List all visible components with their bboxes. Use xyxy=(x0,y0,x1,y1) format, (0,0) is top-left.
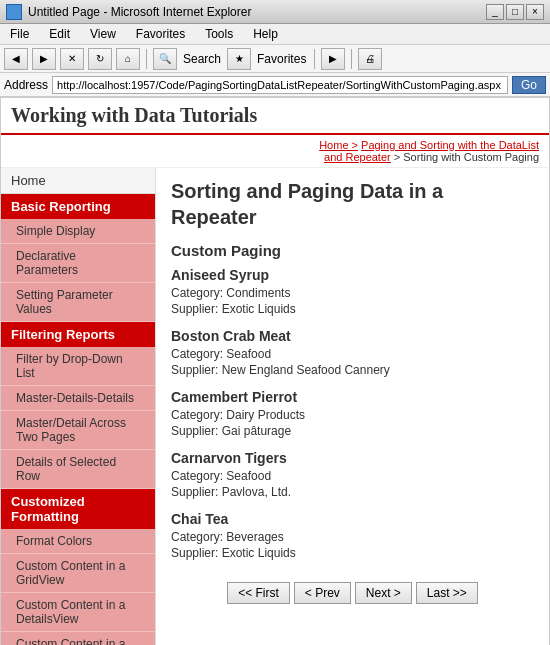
sidebar-item-custom-formview[interactable]: Custom Content in a FormView xyxy=(1,632,155,645)
separator-3 xyxy=(351,49,352,69)
product-category-0: Category: Condiments xyxy=(171,286,534,300)
breadcrumb-home[interactable]: Home > xyxy=(319,139,358,151)
minimize-button[interactable]: _ xyxy=(486,4,504,20)
menu-file[interactable]: File xyxy=(6,26,33,42)
sidebar-item-filter-dropdown[interactable]: Filter by Drop-Down List xyxy=(1,347,155,386)
product-supplier-2: Supplier: Gai pâturage xyxy=(171,424,534,438)
refresh-button[interactable]: ↻ xyxy=(88,48,112,70)
product-category-4: Category: Beverages xyxy=(171,530,534,544)
sidebar-item-declarative-params[interactable]: Declarative Parameters xyxy=(1,244,155,283)
menu-view[interactable]: View xyxy=(86,26,120,42)
search-button[interactable]: 🔍 xyxy=(153,48,177,70)
breadcrumb: Home > Paging and Sorting with the DataL… xyxy=(1,135,549,168)
app-icon xyxy=(6,4,22,20)
sidebar-item-master-details[interactable]: Master-Details-Details xyxy=(1,386,155,411)
maximize-button[interactable]: □ xyxy=(506,4,524,20)
next-page-button[interactable]: Next > xyxy=(355,582,412,604)
separator-1 xyxy=(146,49,147,69)
title-bar: Untitled Page - Microsoft Internet Explo… xyxy=(0,0,550,24)
pagination: << First < Prev Next > Last >> xyxy=(171,572,534,614)
product-name-3: Carnarvon Tigers xyxy=(171,450,534,466)
sidebar-item-custom-detailsview[interactable]: Custom Content in a DetailsView xyxy=(1,593,155,632)
favorites-button[interactable]: ★ xyxy=(227,48,251,70)
separator-2 xyxy=(314,49,315,69)
product-block-0: Aniseed Syrup Category: Condiments Suppl… xyxy=(171,267,534,316)
product-name-2: Camembert Pierrot xyxy=(171,389,534,405)
product-category-2: Category: Dairy Products xyxy=(171,408,534,422)
sidebar-home[interactable]: Home xyxy=(1,168,155,194)
sidebar-item-master-detail-pages[interactable]: Master/Detail Across Two Pages xyxy=(1,411,155,450)
product-name-0: Aniseed Syrup xyxy=(171,267,534,283)
media-button[interactable]: ▶ xyxy=(321,48,345,70)
product-block-1: Boston Crab Meat Category: Seafood Suppl… xyxy=(171,328,534,377)
home-button[interactable]: ⌂ xyxy=(116,48,140,70)
page-title: Sorting and Paging Data in a Repeater xyxy=(171,178,534,230)
menu-bar: File Edit View Favorites Tools Help xyxy=(0,24,550,45)
address-input[interactable] xyxy=(52,76,508,94)
product-supplier-0: Supplier: Exotic Liquids xyxy=(171,302,534,316)
address-bar: Address Go xyxy=(0,73,550,97)
product-name-1: Boston Crab Meat xyxy=(171,328,534,344)
stop-button[interactable]: ✕ xyxy=(60,48,84,70)
prev-page-button[interactable]: < Prev xyxy=(294,582,351,604)
toolbar: ◀ ▶ ✕ ↻ ⌂ 🔍 Search ★ Favorites ▶ 🖨 xyxy=(0,45,550,73)
product-block-3: Carnarvon Tigers Category: Seafood Suppl… xyxy=(171,450,534,499)
menu-favorites[interactable]: Favorites xyxy=(132,26,189,42)
product-supplier-4: Supplier: Exotic Liquids xyxy=(171,546,534,560)
product-supplier-3: Supplier: Pavlova, Ltd. xyxy=(171,485,534,499)
product-category-1: Category: Seafood xyxy=(171,347,534,361)
page-wrapper: Working with Data Tutorials Home > Pagin… xyxy=(0,97,550,645)
sidebar: Home Basic Reporting Simple Display Decl… xyxy=(1,168,156,645)
product-supplier-1: Supplier: New England Seafood Cannery xyxy=(171,363,534,377)
breadcrumb-current: > Sorting with Custom Paging xyxy=(394,151,539,163)
menu-edit[interactable]: Edit xyxy=(45,26,74,42)
menu-help[interactable]: Help xyxy=(249,26,282,42)
favorites-label: Favorites xyxy=(257,52,306,66)
first-page-button[interactable]: << First xyxy=(227,582,290,604)
close-button[interactable]: × xyxy=(526,4,544,20)
forward-button[interactable]: ▶ xyxy=(32,48,56,70)
sidebar-section-filtering[interactable]: Filtering Reports xyxy=(1,322,155,347)
print-button[interactable]: 🖨 xyxy=(358,48,382,70)
sidebar-section-customized-formatting[interactable]: Customized Formatting xyxy=(1,489,155,529)
site-header: Working with Data Tutorials xyxy=(1,98,549,135)
sidebar-item-custom-gridview[interactable]: Custom Content in a GridView xyxy=(1,554,155,593)
product-block-2: Camembert Pierrot Category: Dairy Produc… xyxy=(171,389,534,438)
main-content: Sorting and Paging Data in a Repeater Cu… xyxy=(156,168,549,645)
sidebar-item-details-row[interactable]: Details of Selected Row xyxy=(1,450,155,489)
page-body: Home Basic Reporting Simple Display Decl… xyxy=(1,168,549,645)
menu-tools[interactable]: Tools xyxy=(201,26,237,42)
section-title: Custom Paging xyxy=(171,242,534,259)
address-label: Address xyxy=(4,78,48,92)
site-title: Working with Data Tutorials xyxy=(11,104,539,127)
product-block-4: Chai Tea Category: Beverages Supplier: E… xyxy=(171,511,534,560)
window-controls[interactable]: _ □ × xyxy=(486,4,544,20)
back-button[interactable]: ◀ xyxy=(4,48,28,70)
sidebar-item-format-colors[interactable]: Format Colors xyxy=(1,529,155,554)
product-category-3: Category: Seafood xyxy=(171,469,534,483)
product-name-4: Chai Tea xyxy=(171,511,534,527)
sidebar-item-simple-display[interactable]: Simple Display xyxy=(1,219,155,244)
go-button[interactable]: Go xyxy=(512,76,546,94)
last-page-button[interactable]: Last >> xyxy=(416,582,478,604)
window-title: Untitled Page - Microsoft Internet Explo… xyxy=(28,5,251,19)
search-label: Search xyxy=(183,52,221,66)
sidebar-item-setting-params[interactable]: Setting Parameter Values xyxy=(1,283,155,322)
sidebar-section-basic-reporting[interactable]: Basic Reporting xyxy=(1,194,155,219)
